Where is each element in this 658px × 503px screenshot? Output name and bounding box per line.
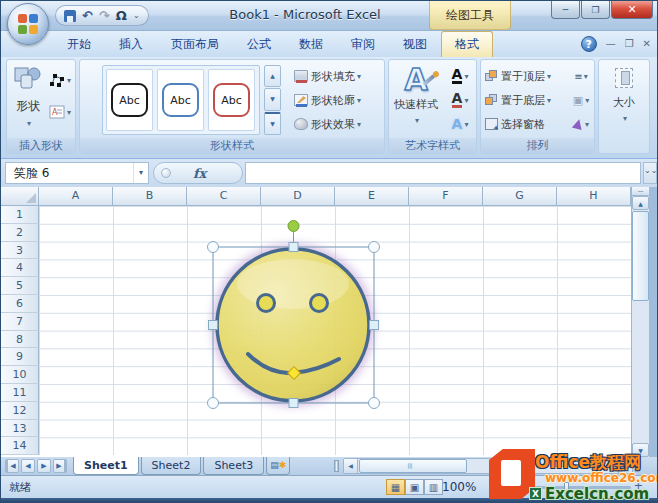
scroll-down-icon[interactable]: ▼ xyxy=(632,443,649,457)
zoom-in-icon[interactable]: + xyxy=(634,479,643,492)
close-button[interactable]: ✕ xyxy=(611,1,653,19)
undo-button[interactable]: ↶ xyxy=(82,9,93,22)
text-effects-button[interactable]: A xyxy=(445,112,475,136)
formula-input[interactable] xyxy=(245,162,641,184)
ribbon-tab[interactable]: 公式 xyxy=(233,31,285,57)
text-outline-button[interactable]: A xyxy=(445,88,475,112)
row-header[interactable]: 3 xyxy=(1,242,39,260)
ribbon-tab[interactable]: 页面布局 xyxy=(157,31,233,57)
horizontal-scrollbar[interactable]: ◀ ▶ xyxy=(343,458,633,474)
page-break-view-button[interactable]: ▥ xyxy=(424,479,443,495)
cells-area[interactable] xyxy=(39,206,631,455)
column-header[interactable]: H xyxy=(557,187,631,206)
ribbon-tab[interactable]: 视图 xyxy=(389,31,441,57)
prev-sheet-icon[interactable]: ◀ xyxy=(21,459,35,473)
zoom-slider[interactable]: − + xyxy=(506,486,631,489)
quick-styles-button[interactable]: A 快速样式 xyxy=(392,64,440,136)
row-header[interactable]: 5 xyxy=(1,277,39,295)
size-button[interactable]: 大小 xyxy=(603,66,645,148)
workbook-minimize-button[interactable]: — xyxy=(606,39,616,49)
gallery-scroll-down-icon[interactable]: ▼ xyxy=(264,88,281,110)
zoom-out-icon[interactable]: − xyxy=(494,480,503,493)
column-header[interactable]: F xyxy=(409,187,483,206)
column-header[interactable]: G xyxy=(483,187,557,206)
split-handle[interactable]: — xyxy=(632,187,649,196)
zoom-slider-thumb[interactable] xyxy=(564,482,569,493)
help-button[interactable]: ? xyxy=(581,36,597,52)
scroll-left-icon[interactable]: ◀ xyxy=(344,459,358,473)
text-box-button[interactable]: A xyxy=(49,100,75,124)
ribbon-tab[interactable]: 数据 xyxy=(285,31,337,57)
vertical-scrollbar[interactable]: — ▲ ▼ xyxy=(631,187,649,457)
row-header[interactable]: 13 xyxy=(1,420,39,438)
redo-button[interactable]: ↷ xyxy=(99,9,110,22)
row-header[interactable]: 4 xyxy=(1,259,39,277)
shape-fill-button[interactable]: 形状填充 xyxy=(294,64,382,88)
shape-style-thumbnail[interactable]: Abc xyxy=(157,69,204,131)
name-box[interactable]: 笑脸 6 ▾ xyxy=(5,162,149,184)
column-header[interactable]: E xyxy=(335,187,409,206)
row-header[interactable]: 10 xyxy=(1,366,39,384)
row-header[interactable]: 11 xyxy=(1,384,39,402)
save-icon[interactable] xyxy=(64,10,76,22)
shape-style-thumbnail[interactable]: Abc xyxy=(106,69,153,131)
selection-pane-button[interactable]: 选择窗格 xyxy=(485,112,567,136)
next-sheet-icon[interactable]: ▶ xyxy=(37,459,51,473)
bring-to-front-button[interactable]: 置于顶层 xyxy=(485,64,567,88)
align-button[interactable]: ≡ xyxy=(569,64,593,88)
minimize-button[interactable]: ─ xyxy=(551,1,580,19)
insert-function-button[interactable]: fx xyxy=(193,166,206,181)
row-header[interactable]: 2 xyxy=(1,224,39,242)
row-header[interactable]: 7 xyxy=(1,313,39,331)
sheet-tab[interactable]: Sheet2 xyxy=(141,457,202,475)
ribbon-tab[interactable]: 插入 xyxy=(105,31,157,57)
row-header[interactable]: 1 xyxy=(1,206,39,224)
insert-worksheet-tab[interactable]: ▤✱ xyxy=(266,457,290,475)
row-header[interactable]: 6 xyxy=(1,295,39,313)
column-header[interactable]: B xyxy=(113,187,187,206)
column-header[interactable]: A xyxy=(39,187,113,206)
vertical-scroll-thumb[interactable] xyxy=(632,211,649,301)
row-header[interactable]: 8 xyxy=(1,331,39,349)
first-sheet-icon[interactable]: ◀ xyxy=(5,459,19,473)
rotate-button[interactable] xyxy=(569,112,593,136)
gallery-scroll-up-icon[interactable]: ▲ xyxy=(264,65,281,87)
sheet-tab[interactable]: Sheet3 xyxy=(203,457,264,475)
group-objects-button[interactable]: ▣ xyxy=(569,88,593,112)
workbook-restore-button[interactable]: ❐ xyxy=(625,39,634,49)
column-header[interactable]: C xyxy=(187,187,261,206)
shape-outline-button[interactable]: 形状轮廓 xyxy=(294,88,382,112)
send-to-back-button[interactable]: 置于底层 xyxy=(485,88,567,112)
name-box-dropdown-icon[interactable]: ▾ xyxy=(133,163,148,183)
office-button[interactable] xyxy=(7,3,49,45)
sheet-tab[interactable]: Sheet1 xyxy=(73,457,139,475)
last-sheet-icon[interactable]: ▶ xyxy=(53,459,67,473)
page-layout-view-button[interactable]: ▣ xyxy=(405,479,424,495)
scroll-right-icon[interactable]: ▶ xyxy=(618,459,632,473)
formula-bar-expand-icon[interactable]: ⌄⌄ xyxy=(643,162,657,184)
shape-effects-button[interactable]: 形状效果 xyxy=(294,112,382,136)
scroll-up-icon[interactable]: ▲ xyxy=(632,196,649,210)
restore-button[interactable]: ❐ xyxy=(581,1,610,19)
ribbon-tab[interactable]: 开始 xyxy=(53,31,105,57)
select-all-corner[interactable] xyxy=(1,187,39,206)
normal-view-button[interactable]: ▦ xyxy=(386,479,405,495)
text-effects-icon: A xyxy=(452,116,463,132)
text-fill-button[interactable]: A xyxy=(445,64,475,88)
ribbon-tab[interactable]: 格式 xyxy=(441,31,493,57)
ribbon-tab[interactable]: 审阅 xyxy=(337,31,389,57)
ribbon-format-tab: 形状 A 插入形状 Abc xyxy=(1,57,658,159)
zoom-level[interactable]: 100% xyxy=(442,480,476,494)
row-header[interactable]: 14 xyxy=(1,437,39,455)
gallery-more-icon[interactable]: ▼ xyxy=(264,112,281,135)
workbook-close-button[interactable]: ✕ xyxy=(643,39,651,49)
group-arrange: 置于顶层 置于底层 选择窗格 ≡ ▣ 排列 xyxy=(480,59,595,154)
edit-shape-button[interactable] xyxy=(49,68,75,92)
shapes-button[interactable]: 形状 xyxy=(11,64,45,136)
column-header[interactable]: D xyxy=(261,187,335,206)
row-header[interactable]: 9 xyxy=(1,348,39,366)
shape-style-thumbnail[interactable]: Abc xyxy=(208,69,255,131)
horizontal-scroll-thumb[interactable] xyxy=(359,459,467,473)
row-header[interactable]: 12 xyxy=(1,402,39,420)
tab-split-handle[interactable] xyxy=(334,460,339,472)
